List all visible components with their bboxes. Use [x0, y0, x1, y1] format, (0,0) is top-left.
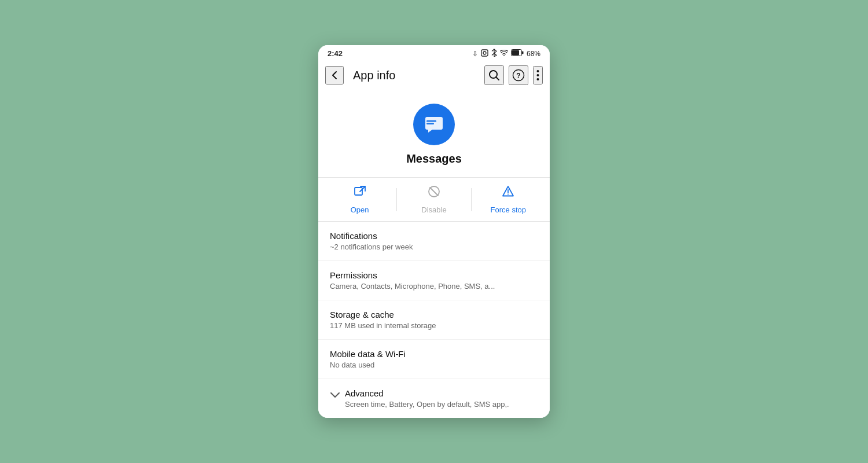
- status-icons: ⇩: [472, 49, 540, 58]
- permissions-title: Permissions: [330, 270, 538, 280]
- disable-icon: [427, 185, 441, 202]
- advanced-title: Advanced: [345, 388, 538, 398]
- top-actions: ?: [484, 65, 543, 85]
- svg-rect-12: [426, 120, 436, 122]
- bluetooth-icon: [491, 49, 497, 58]
- page-title: App info: [353, 69, 480, 82]
- settings-list: Notifications ~2 notifications per week …: [318, 222, 550, 418]
- open-label: Open: [351, 205, 369, 214]
- status-time: 2:42: [328, 49, 343, 58]
- chevron-area: [330, 388, 340, 402]
- storage-title: Storage & cache: [330, 310, 538, 319]
- battery-status: [511, 49, 524, 58]
- svg-point-10: [537, 78, 539, 80]
- app-header: Messages: [318, 92, 550, 178]
- help-button[interactable]: ?: [509, 65, 528, 85]
- svg-rect-4: [512, 50, 519, 56]
- screenshot-icon: [481, 49, 488, 58]
- force-stop-icon: [501, 185, 515, 202]
- svg-point-18: [507, 194, 509, 195]
- disable-label: Disable: [421, 205, 446, 214]
- svg-rect-13: [426, 123, 434, 125]
- permissions-item[interactable]: Permissions Camera, Contacts, Microphone…: [318, 261, 550, 300]
- svg-rect-0: [481, 50, 488, 56]
- open-button[interactable]: Open: [323, 185, 396, 214]
- force-stop-label: Force stop: [491, 205, 526, 214]
- svg-line-16: [430, 188, 438, 196]
- mobile-data-title: Mobile data & Wi-Fi: [330, 349, 538, 359]
- download-icon: ⇩: [472, 50, 478, 58]
- phone-frame: 2:42 ⇩: [318, 45, 550, 418]
- notifications-title: Notifications: [330, 231, 538, 241]
- advanced-subtitle: Screen time, Battery, Open by default, S…: [345, 400, 538, 409]
- notifications-item[interactable]: Notifications ~2 notifications per week: [318, 222, 550, 261]
- svg-text:?: ?: [516, 72, 520, 80]
- back-button[interactable]: [325, 66, 344, 84]
- svg-point-1: [483, 52, 486, 54]
- force-stop-button[interactable]: Force stop: [472, 185, 545, 214]
- advanced-item[interactable]: Advanced Screen time, Battery, Open by d…: [318, 379, 550, 418]
- svg-point-8: [537, 70, 539, 72]
- storage-cache-item[interactable]: Storage & cache 117 MB used in internal …: [318, 300, 550, 340]
- action-row: Open Disable Fo: [318, 178, 550, 222]
- advanced-text: Advanced Screen time, Battery, Open by d…: [345, 388, 538, 409]
- svg-rect-3: [522, 52, 524, 54]
- permissions-subtitle: Camera, Contacts, Microphone, Phone, SMS…: [330, 282, 538, 291]
- disable-button[interactable]: Disable: [397, 185, 470, 214]
- wifi-icon: [500, 50, 508, 58]
- storage-subtitle: 117 MB used in internal storage: [330, 321, 538, 330]
- more-options-button[interactable]: [533, 66, 543, 84]
- app-name: Messages: [406, 152, 462, 166]
- notifications-subtitle: ~2 notifications per week: [330, 242, 538, 251]
- chevron-down-icon: [330, 389, 340, 402]
- svg-point-9: [537, 74, 539, 76]
- svg-rect-14: [355, 188, 362, 195]
- mobile-data-item[interactable]: Mobile data & Wi-Fi No data used: [318, 340, 550, 379]
- messages-icon: [424, 114, 444, 135]
- app-icon: [413, 104, 455, 145]
- mobile-data-subtitle: No data used: [330, 361, 538, 369]
- top-bar: App info ?: [318, 61, 550, 92]
- battery-percentage: 68%: [527, 50, 540, 58]
- status-bar: 2:42 ⇩: [318, 45, 550, 61]
- open-icon: [353, 185, 367, 202]
- search-button[interactable]: [484, 65, 504, 85]
